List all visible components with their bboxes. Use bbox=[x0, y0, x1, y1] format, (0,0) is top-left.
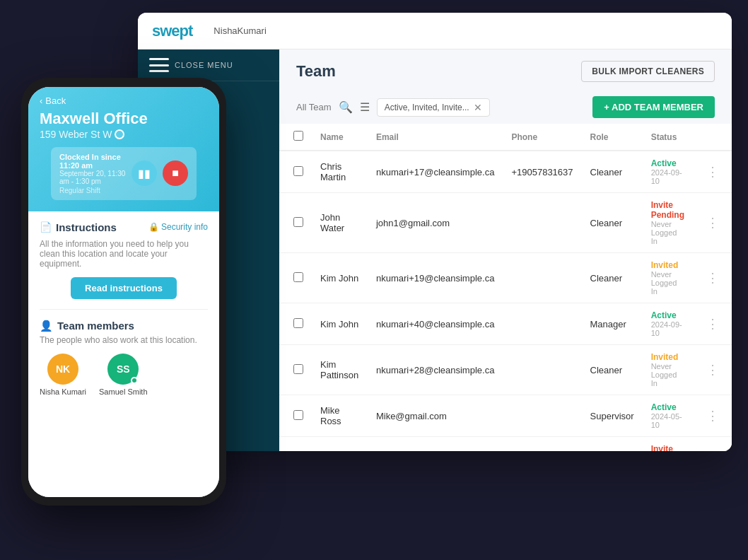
location-address: 159 Weber St W bbox=[40, 129, 208, 140]
row-menu-2[interactable]: ⋮ bbox=[702, 269, 723, 286]
table-row: Mike Ross Mike@gmail.com Supervisor Acti… bbox=[279, 395, 732, 437]
add-team-member-button[interactable]: + ADD TEAM MEMBER bbox=[592, 96, 715, 118]
clock-card: Clocked In since 11:20 am September 20, … bbox=[51, 147, 197, 200]
row-phone-0: +19057831637 bbox=[503, 151, 581, 193]
main-content: Team BULK IMPORT CLEANERS All Team 🔍 ☰ A… bbox=[279, 49, 732, 451]
row-status-6: Invite Pending Never Logged In bbox=[643, 437, 694, 452]
filter-text: Active, Invited, Invite... bbox=[385, 103, 469, 112]
row-checkbox-1[interactable] bbox=[293, 217, 303, 227]
row-name-3: Kim John bbox=[312, 303, 368, 345]
row-status-5: Active 2024-05-10 bbox=[643, 395, 694, 437]
row-menu-4[interactable]: ⋮ bbox=[702, 361, 723, 378]
all-team-label: All Team bbox=[296, 102, 332, 112]
avatar-ss: SS bbox=[107, 354, 139, 385]
app-logo: swept bbox=[152, 22, 192, 40]
clock-shift: Regular Shift bbox=[59, 187, 132, 194]
col-role: Role bbox=[582, 124, 643, 151]
team-desc: The people who also work at this locatio… bbox=[40, 335, 208, 345]
stop-button[interactable]: ■ bbox=[163, 161, 188, 186]
row-role-3: Manager bbox=[582, 303, 643, 345]
row-menu-3[interactable]: ⋮ bbox=[702, 315, 723, 332]
row-phone-3 bbox=[503, 303, 581, 345]
row-checkbox-4[interactable] bbox=[293, 364, 303, 374]
sidebar-header[interactable]: CLOSE MENU bbox=[138, 49, 279, 81]
menu-icon[interactable] bbox=[149, 58, 169, 72]
table-row: Kim Pattinson nkumari+28@cleansimple.ca … bbox=[279, 345, 732, 395]
row-role-0: Cleaner bbox=[582, 151, 643, 193]
avatar-initials-ss: SS bbox=[117, 363, 130, 375]
table-row: Kim John nkumari+19@cleansimple.ca Clean… bbox=[279, 253, 732, 303]
row-email-3: nkumari+40@cleansimple.ca bbox=[368, 303, 503, 345]
phone-body: 📄 Instructions 🔒 Security info All the i… bbox=[28, 211, 219, 497]
row-role-5: Supervisor bbox=[582, 395, 643, 437]
row-status-2: Invited Never Logged In bbox=[643, 253, 694, 303]
row-checkbox-2[interactable] bbox=[293, 272, 303, 282]
row-email-6: n@gmail.com bbox=[368, 437, 503, 452]
col-phone: Phone bbox=[503, 124, 581, 151]
row-status-4: Invited Never Logged In bbox=[643, 345, 694, 395]
col-name: Name bbox=[312, 124, 368, 151]
row-status-1: Invite Pending Never Logged In bbox=[643, 193, 694, 253]
row-email-4: nkumari+28@cleansimple.ca bbox=[368, 345, 503, 395]
select-all-checkbox[interactable] bbox=[293, 131, 303, 141]
table-row: Chris Martin nkumari+17@cleansimple.ca +… bbox=[279, 151, 732, 193]
row-checkbox-0[interactable] bbox=[293, 166, 303, 176]
avatar-name-ss: Samuel Smith bbox=[99, 387, 147, 396]
app-body: CLOSE MENU Home R bbox=[138, 49, 732, 451]
row-role-1: Cleaner bbox=[582, 193, 643, 253]
table-row: John Water john1@gmail.com Cleaner Invit… bbox=[279, 193, 732, 253]
bulk-import-button[interactable]: BULK IMPORT CLEANERS bbox=[581, 61, 715, 82]
row-name-0: Chris Martin bbox=[312, 151, 368, 193]
security-info-link[interactable]: 🔒 Security info bbox=[148, 222, 208, 232]
avatar-nk: NK bbox=[47, 354, 78, 385]
search-icon[interactable]: 🔍 bbox=[339, 100, 353, 114]
instructions-desc: All the information you need to help you… bbox=[40, 239, 208, 269]
avatar-name-nk: Nisha Kumari bbox=[40, 387, 86, 396]
location-pin-icon bbox=[115, 129, 124, 139]
row-menu-0[interactable]: ⋮ bbox=[702, 163, 723, 180]
row-email-5: Mike@gmail.com bbox=[368, 395, 503, 437]
pause-button[interactable]: ▮▮ bbox=[132, 161, 157, 186]
row-checkbox-3[interactable] bbox=[293, 318, 303, 328]
row-email-2: nkumari+19@cleansimple.ca bbox=[368, 253, 503, 303]
divider bbox=[40, 309, 208, 310]
row-role-6: Cleaner bbox=[582, 437, 643, 452]
row-status-3: Active 2024-09-10 bbox=[643, 303, 694, 345]
instructions-title: 📄 Instructions bbox=[40, 221, 117, 233]
back-chevron-icon: ‹ bbox=[40, 95, 42, 106]
row-email-1: john1@gmail.com bbox=[368, 193, 503, 253]
back-button[interactable]: ‹ Back bbox=[40, 95, 208, 106]
filter-pill[interactable]: Active, Invited, Invite... ✕ bbox=[377, 98, 490, 117]
row-name-6: Nisha K bbox=[312, 437, 368, 452]
location-name: Maxwell Office bbox=[40, 110, 208, 127]
app-topbar: swept NishaKumari bbox=[138, 13, 732, 49]
table-row: Kim John nkumari+40@cleansimple.ca Manag… bbox=[279, 303, 732, 345]
close-menu-label: CLOSE MENU bbox=[175, 61, 233, 69]
team-table: Name Email Phone Role Status Chris Marti… bbox=[279, 124, 732, 451]
avatars-row: NK Nisha Kumari SS Samuel Smith bbox=[40, 354, 208, 396]
row-role-4: Cleaner bbox=[582, 345, 643, 395]
col-email: Email bbox=[368, 124, 503, 151]
row-name-4: Kim Pattinson bbox=[312, 345, 368, 395]
phone-outer: ‹ Back Maxwell Office 159 Weber St W Clo… bbox=[21, 78, 226, 506]
row-phone-5 bbox=[503, 395, 581, 437]
row-checkbox-5[interactable] bbox=[293, 410, 303, 420]
phone-header: ‹ Back Maxwell Office 159 Weber St W Clo… bbox=[28, 87, 219, 211]
table-row: Nisha K n@gmail.com Cleaner Invite Pendi… bbox=[279, 437, 732, 452]
row-email-0: nkumari+17@cleansimple.ca bbox=[368, 151, 503, 193]
row-phone-6 bbox=[503, 437, 581, 452]
row-status-0: Active 2024-09-10 bbox=[643, 151, 694, 193]
avatar-item-ss: SS Samuel Smith bbox=[99, 354, 147, 396]
row-phone-1 bbox=[503, 193, 581, 253]
row-name-5: Mike Ross bbox=[312, 395, 368, 437]
clock-schedule: September 20, 11:30 am - 1:30 pm bbox=[59, 170, 132, 185]
instructions-section-header: 📄 Instructions 🔒 Security info bbox=[40, 221, 208, 233]
avatar-item-nk: NK Nisha Kumari bbox=[40, 354, 86, 396]
filter-icon: ☰ bbox=[360, 100, 370, 114]
row-menu-1[interactable]: ⋮ bbox=[702, 214, 723, 231]
clock-title: Clocked In since 11:20 am bbox=[59, 153, 132, 170]
row-name-1: John Water bbox=[312, 193, 368, 253]
row-menu-5[interactable]: ⋮ bbox=[702, 407, 723, 424]
filter-close-icon[interactable]: ✕ bbox=[474, 102, 482, 113]
read-instructions-button[interactable]: Read instructions bbox=[71, 277, 177, 299]
